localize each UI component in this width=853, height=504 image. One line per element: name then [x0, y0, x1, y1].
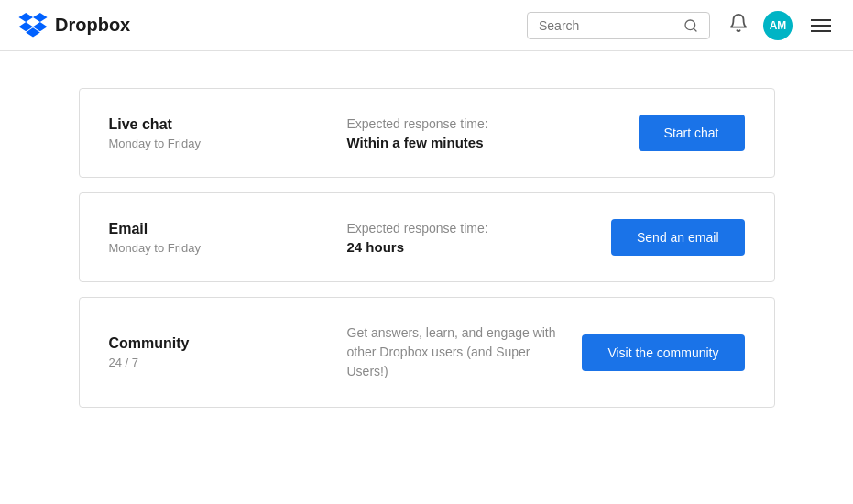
live-chat-info: Live chat Monday to Friday	[109, 116, 329, 150]
start-chat-button[interactable]: Start chat	[639, 115, 745, 151]
email-subtitle: Monday to Friday	[109, 241, 329, 255]
community-card: Community 24 / 7 Get answers, learn, and…	[79, 297, 775, 408]
dropbox-logo-icon	[18, 13, 48, 38]
community-desc-text: Get answers, learn, and engage with othe…	[347, 323, 564, 381]
hamburger-line	[811, 19, 831, 21]
hamburger-menu[interactable]	[807, 16, 835, 36]
svg-line-1	[694, 28, 696, 31]
hamburger-line	[811, 30, 831, 32]
live-chat-response-label: Expected response time:	[347, 116, 620, 131]
email-title: Email	[109, 221, 329, 237]
email-response-label: Expected response time:	[347, 221, 593, 236]
avatar[interactable]: AM	[763, 11, 793, 40]
header-icons: AM	[728, 11, 835, 40]
main-content: Live chat Monday to Friday Expected resp…	[60, 51, 793, 459]
email-description: Expected response time: 24 hours	[329, 221, 611, 255]
live-chat-description: Expected response time: Within a few min…	[329, 116, 639, 150]
community-description: Get answers, learn, and engage with othe…	[329, 323, 583, 381]
community-subtitle: 24 / 7	[109, 356, 329, 369]
live-chat-card: Live chat Monday to Friday Expected resp…	[79, 88, 775, 178]
email-response-value: 24 hours	[347, 239, 593, 255]
email-card: Email Monday to Friday Expected response…	[79, 192, 775, 282]
email-info: Email Monday to Friday	[109, 221, 329, 255]
notification-bell-icon[interactable]	[728, 13, 749, 38]
logo-text: Dropbox	[55, 15, 130, 36]
header: Dropbox AM	[0, 0, 853, 51]
community-info: Community 24 / 7	[109, 335, 329, 369]
visit-community-button[interactable]: Visit the community	[582, 334, 744, 371]
send-email-button[interactable]: Send an email	[611, 219, 745, 256]
hamburger-line	[811, 25, 831, 27]
search-icon	[683, 18, 698, 33]
live-chat-response-value: Within a few minutes	[347, 135, 620, 150]
logo-area[interactable]: Dropbox	[18, 13, 130, 38]
community-title: Community	[109, 335, 329, 352]
search-input[interactable]	[539, 18, 676, 33]
live-chat-subtitle: Monday to Friday	[109, 137, 329, 150]
live-chat-action: Start chat	[639, 115, 745, 151]
live-chat-title: Live chat	[109, 116, 329, 133]
email-action: Send an email	[611, 219, 745, 256]
search-container[interactable]	[527, 12, 710, 39]
community-action: Visit the community	[582, 334, 744, 371]
